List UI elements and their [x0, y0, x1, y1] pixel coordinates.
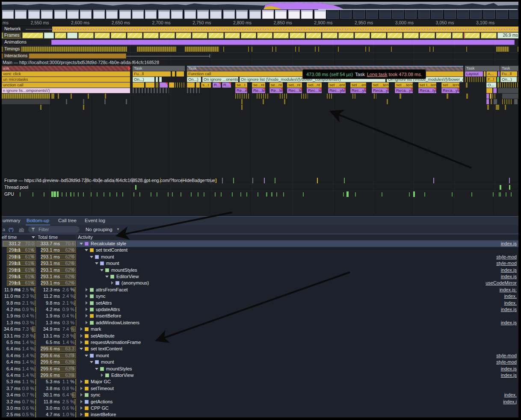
column-divider[interactable] — [76, 234, 77, 417]
collapse-arrow-icon[interactable] — [80, 387, 84, 390]
flame-block[interactable]: ask — [2, 66, 130, 71]
gpu-activity[interactable] — [471, 192, 472, 197]
flame-block[interactable] — [374, 94, 376, 99]
screenshot-thumbnail[interactable] — [119, 10, 131, 19]
flame-block[interactable]: un microtasks — [2, 77, 130, 82]
gpu-activity[interactable] — [104, 192, 104, 197]
flame-block[interactable]: set t...tent — [418, 82, 436, 88]
screenshot-thumbnail[interactable] — [145, 10, 157, 19]
frames-track-label[interactable]: Frames — [3, 32, 21, 38]
flame-block[interactable]: A... — [486, 71, 497, 76]
source-link[interactable]: index.js — [501, 241, 517, 247]
screenshot-thumbnail[interactable] — [457, 10, 469, 19]
flame-block[interactable] — [400, 94, 401, 99]
screenshot-thumbnail[interactable] — [379, 10, 391, 19]
frame-block[interactable] — [225, 32, 240, 38]
source-link[interactable]: index.js — [501, 320, 517, 326]
thread-pool-activity[interactable] — [500, 185, 501, 190]
flame-block[interactable] — [88, 94, 89, 99]
frame-block[interactable] — [55, 32, 66, 38]
table-row[interactable]: 34.6 ms7.3 %34.9 ms7.4 %mark — [2, 326, 518, 332]
gpu-activity[interactable] — [53, 191, 56, 197]
timing-mark[interactable] — [365, 47, 366, 52]
flame-block[interactable] — [284, 99, 285, 104]
frame-block[interactable] — [338, 32, 354, 38]
flame-block[interactable]: On...) — [133, 77, 154, 82]
source-link[interactable]: style-mod — [496, 254, 517, 260]
frame-block[interactable] — [208, 32, 224, 38]
thread-pool-activity[interactable] — [509, 185, 510, 190]
frame-block[interactable] — [95, 32, 110, 38]
frame-track-label[interactable]: Frame — https://id-preview--bd53fd9d-728… — [3, 178, 218, 183]
screenshot-thumbnail[interactable] — [262, 10, 274, 19]
table-row[interactable]: 6.4 ms1.4 %299.6 ms63.3 %mountstyle-mod — [2, 352, 518, 359]
flame-block[interactable] — [104, 99, 106, 104]
flame-block[interactable]: Rec...le — [287, 88, 302, 93]
source-link[interactable]: style-mod — [496, 352, 517, 359]
table-row[interactable]: 3.7 ms0.8 %3.8 ms0.8 %setTimeout — [2, 385, 518, 392]
timing-mark[interactable] — [272, 47, 273, 52]
flame-block[interactable] — [493, 88, 497, 93]
screenshot-filmstrip[interactable] — [2, 9, 518, 20]
screenshot-thumbnail[interactable] — [93, 10, 105, 19]
gpu-activity[interactable] — [355, 192, 356, 197]
tab-summary[interactable]: ummary — [2, 217, 21, 225]
screenshot-thumbnail[interactable] — [470, 10, 482, 19]
column-divider[interactable] — [36, 234, 36, 417]
flame-block[interactable] — [241, 99, 243, 104]
frame-block[interactable] — [436, 32, 451, 38]
flame-block[interactable] — [51, 94, 54, 99]
flame-block[interactable]: Rec...yle — [350, 88, 366, 93]
table-row[interactable]: 291.1 ms61.6 %293.1 ms62.0 %EditorViewin… — [2, 273, 518, 280]
column-activity[interactable]: Activity — [78, 234, 93, 240]
flame-block[interactable] — [490, 94, 491, 99]
flame-block[interactable] — [196, 82, 200, 88]
table-row[interactable]: 6.4 ms1.4 %299.6 ms63.3 %mountstyle-mod — [2, 359, 518, 365]
flame-block[interactable] — [327, 94, 332, 99]
expand-arrow-icon[interactable] — [85, 249, 88, 253]
flame-block[interactable] — [502, 94, 518, 99]
flame-block[interactable] — [257, 94, 269, 99]
flame-block[interactable] — [235, 94, 250, 99]
gpu-activity[interactable] — [74, 192, 74, 197]
flame-block[interactable] — [83, 99, 84, 104]
gpu-activity[interactable] — [266, 192, 267, 197]
screenshot-thumbnail[interactable] — [184, 10, 196, 19]
flame-block[interactable] — [484, 71, 485, 76]
table-row[interactable]: 1.3 ms0.3 %1.3 ms0.3 %addWindowListeners… — [2, 320, 518, 326]
flame-block[interactable] — [466, 94, 468, 99]
gpu-activity[interactable] — [276, 192, 277, 197]
flame-block[interactable] — [133, 88, 169, 93]
frame-block[interactable] — [481, 32, 497, 38]
flame-block[interactable] — [263, 99, 264, 104]
gpu-activity[interactable] — [168, 192, 169, 197]
screenshot-thumbnail[interactable] — [249, 10, 261, 19]
gpu-activity[interactable] — [20, 192, 21, 197]
flame-block[interactable] — [486, 88, 492, 93]
gpu-activity[interactable] — [204, 192, 204, 197]
flame-block[interactable]: set ...ent — [350, 82, 366, 88]
source-link[interactable]: index.js — [501, 372, 517, 379]
source-link[interactable]: index.js — [501, 267, 517, 273]
collapse-arrow-icon[interactable] — [80, 413, 84, 416]
flame-block[interactable] — [497, 77, 499, 82]
flame-block[interactable] — [187, 88, 200, 93]
flame-block[interactable]: Task — [500, 66, 518, 71]
tab-event-log[interactable]: Event log — [84, 217, 106, 225]
screenshot-thumbnail[interactable] — [431, 10, 443, 19]
gpu-activity[interactable] — [493, 192, 494, 197]
flame-block[interactable] — [159, 77, 162, 82]
flame-block[interactable]: Fu...ll — [500, 71, 517, 76]
flame-block[interactable] — [518, 71, 518, 76]
thread-pool-track-label[interactable]: Thread pool — [3, 185, 30, 190]
flame-block[interactable] — [466, 82, 468, 88]
flame-block[interactable] — [498, 71, 500, 76]
gpu-track[interactable]: GPU — [2, 191, 518, 198]
source-link[interactable]: index.js — [501, 366, 517, 372]
screenshot-thumbnail[interactable] — [314, 10, 326, 19]
table-row[interactable]: 2.5 ms0.5 %4.7 ms1.0 %insertBefore — [2, 411, 518, 417]
flame-block[interactable]: Task — [133, 66, 185, 71]
table-row[interactable]: 291.1 ms61.6 %293.1 ms62.0 %set textCont… — [2, 247, 518, 253]
gpu-activity[interactable] — [271, 192, 272, 197]
flame-block[interactable]: Reca...tyle — [418, 88, 436, 93]
